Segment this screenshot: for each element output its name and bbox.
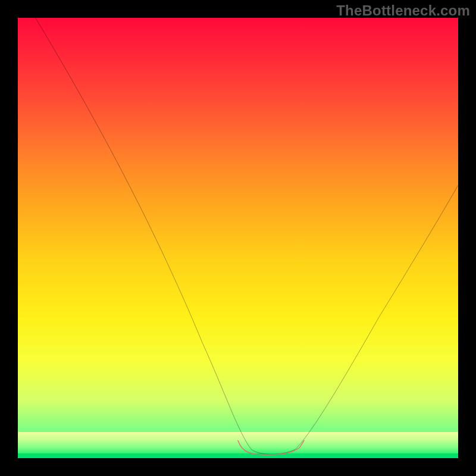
plot-area [18, 18, 458, 458]
bottleneck-curve [36, 18, 458, 455]
chart-stage: TheBottleneck.com [0, 0, 476, 476]
optimal-range-mark [238, 440, 304, 455]
curve-layer [18, 18, 458, 458]
watermark-text: TheBottleneck.com [336, 2, 470, 19]
